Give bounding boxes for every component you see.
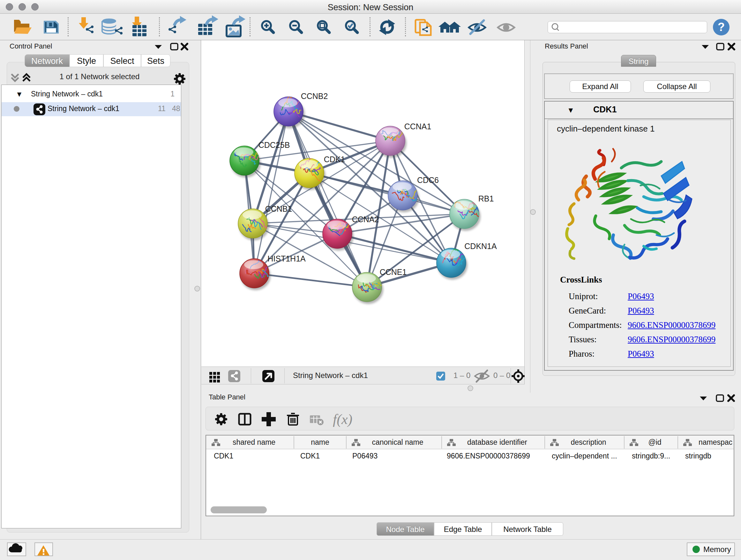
- svg-text:@id: @id: [648, 438, 661, 446]
- svg-text:CCNA1: CCNA1: [404, 122, 431, 131]
- svg-text:CDK1: CDK1: [324, 155, 345, 164]
- svg-text:namespac: namespac: [698, 438, 732, 446]
- svg-text:CDC6: CDC6: [417, 176, 439, 185]
- svg-text:name: name: [311, 438, 329, 446]
- svg-text:f(x): f(x): [333, 412, 352, 427]
- svg-text:CDKN1A: CDKN1A: [464, 242, 497, 251]
- svg-text:CCNB2: CCNB2: [301, 91, 328, 101]
- svg-text:database identifier: database identifier: [467, 438, 527, 446]
- svg-text:description: description: [570, 438, 606, 446]
- svg-text:CCNE1: CCNE1: [380, 267, 407, 276]
- svg-text:CDC25B: CDC25B: [259, 140, 290, 149]
- svg-text:?: ?: [718, 20, 725, 34]
- svg-text:RB1: RB1: [478, 194, 494, 203]
- svg-text:CCNA2: CCNA2: [352, 215, 379, 224]
- svg-text:CCNB1: CCNB1: [265, 204, 292, 213]
- svg-text:shared name: shared name: [232, 438, 275, 446]
- svg-text:canonical name: canonical name: [372, 438, 423, 446]
- svg-text:HIST1H1A: HIST1H1A: [267, 254, 306, 263]
